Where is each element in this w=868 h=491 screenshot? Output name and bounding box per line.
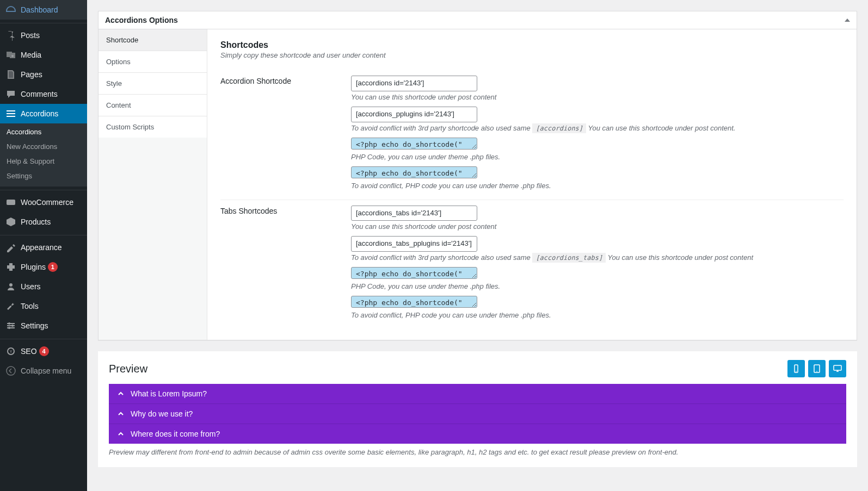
menu-pages[interactable]: Pages [0,65,87,84]
svg-point-18 [816,371,817,372]
svg-rect-3 [7,116,15,117]
menu-settings[interactable]: Settings [0,316,87,335]
postbox-header[interactable]: Accordions Options [99,11,857,29]
accordion-shortcode-label: Accordion Shortcode [220,70,351,200]
seo-icon: Y [5,346,16,357]
accordion-preview: What is Lorem Ipsum? Why do we use it? W… [109,384,846,444]
menu-appearance[interactable]: Appearance [0,238,87,257]
submenu-settings[interactable]: Settings [0,169,87,183]
menu-label: Accordions [21,109,58,118]
svg-point-9 [8,322,10,325]
tab-content[interactable]: Content [99,95,207,116]
menu-woocommerce[interactable]: WooCommerce [0,192,87,212]
menu-posts[interactable]: Posts [0,26,87,45]
main-content: Accordions Options Shortcode Options Sty… [87,0,868,491]
tab-shortcode[interactable]: Shortcode [99,29,207,51]
menu-products[interactable]: Products [0,212,87,232]
settings-tabs: Shortcode Options Style Content Custom S… [99,29,207,340]
accordion-item-2[interactable]: Why do we use it? [109,404,846,424]
accordion-item-label: Why do we use it? [131,409,193,418]
accordion-item-3[interactable]: Where does it come from? [109,424,846,444]
accordion-php2-textarea[interactable] [351,166,477,178]
menu-media[interactable]: Media [0,45,87,65]
svg-rect-1 [7,110,15,111]
preview-note: Preview may different from front-end to … [109,448,846,456]
svg-point-14 [7,366,15,375]
accordion-pplugins-help: To avoid conflict with 3rd party shortco… [351,124,844,132]
menu-tools[interactable]: Tools [0,296,87,316]
tab-custom-scripts[interactable]: Custom Scripts [99,116,207,138]
svg-rect-2 [7,113,15,114]
menu-accordions[interactable]: Accordions [0,104,87,123]
shortcodes-subheading: Simply copy these shortcode and user und… [220,51,844,59]
menu-comments[interactable]: Comments [0,84,87,104]
appearance-icon [5,242,16,253]
tabs-shortcode-help: You can use this shortcode under post co… [351,222,844,231]
tools-icon [5,301,16,312]
submenu-help-support[interactable]: Help & Support [0,154,87,169]
users-icon [5,281,16,292]
tabs-pplugins-help: To avoid conflict with 3rd party shortco… [351,253,844,262]
seo-badge: 4 [39,346,49,356]
shortcodes-heading: Shortcodes [220,40,844,50]
menu-seo[interactable]: Y SEO 4 [0,341,87,361]
svg-rect-4 [7,200,15,205]
tabs-shortcode-label: Tabs Shortcodes [220,200,351,329]
svg-point-11 [8,327,10,329]
tabs-php-textarea[interactable] [351,267,477,279]
accordion-item-1[interactable]: What is Lorem Ipsum? [109,384,846,404]
dashboard-icon [5,4,16,15]
menu-label: Tools [21,302,39,310]
tab-options[interactable]: Options [99,51,207,73]
settings-icon [5,320,16,331]
svg-text:Y: Y [10,350,13,353]
preview-postbox: Preview What is Lorem Ipsum? Why do we u… [98,351,857,467]
menu-label: Appearance [21,243,62,252]
code-accordions-tabs: [accordions_tabs] [532,253,606,263]
accordions-icon [5,108,16,119]
pages-icon [5,69,16,80]
tab-style[interactable]: Style [99,73,207,95]
device-desktop-button[interactable] [829,360,846,377]
pin-icon [5,30,16,41]
menu-label: Comments [21,90,58,98]
tabs-pplugins-input[interactable] [351,236,477,252]
tabs-shortcode-input[interactable] [351,206,477,221]
menu-dashboard[interactable]: Dashboard [0,0,87,20]
menu-label: Media [21,51,41,59]
media-icon [5,49,16,60]
menu-label: Products [21,217,51,226]
menu-label: Collapse menu [21,366,71,375]
accordion-shortcode-help: You can use this shortcode under post co… [351,93,844,101]
menu-plugins[interactable]: Plugins 1 [0,257,87,277]
toggle-up-icon [845,18,850,22]
submenu-new-accordions[interactable]: New Accordions [0,139,87,154]
menu-label: Users [21,282,41,291]
menu-label: SEO [21,347,37,356]
postbox-title: Accordions Options [105,16,178,24]
chevron-up-icon [116,409,125,418]
menu-label: Dashboard [21,5,58,14]
chevron-up-icon [116,430,125,438]
accordion-pplugins-input[interactable] [351,107,477,122]
device-buttons [787,360,846,377]
comments-icon [5,89,16,100]
menu-users[interactable]: Users [0,277,87,296]
accordion-shortcode-input[interactable] [351,76,477,91]
device-mobile-button[interactable] [787,360,805,377]
accordion-php-textarea[interactable] [351,138,477,150]
tabs-php2-textarea[interactable] [351,296,477,308]
collapse-icon [5,365,16,376]
accordion-php-help: PHP Code, you can use under theme .php f… [351,153,844,161]
svg-rect-19 [834,365,841,370]
menu-label: Settings [21,321,48,330]
tabs-php-help: PHP Code, you can use under theme .php f… [351,282,844,290]
svg-point-16 [796,371,797,372]
submenu-accordions[interactable]: Accordions [0,123,87,139]
device-tablet-button[interactable] [808,360,826,377]
svg-point-0 [11,55,14,57]
accordion-item-label: What is Lorem Ipsum? [131,389,207,398]
code-accordions: [accordions] [532,123,586,133]
menu-collapse[interactable]: Collapse menu [0,361,87,381]
preview-heading: Preview [109,363,147,375]
